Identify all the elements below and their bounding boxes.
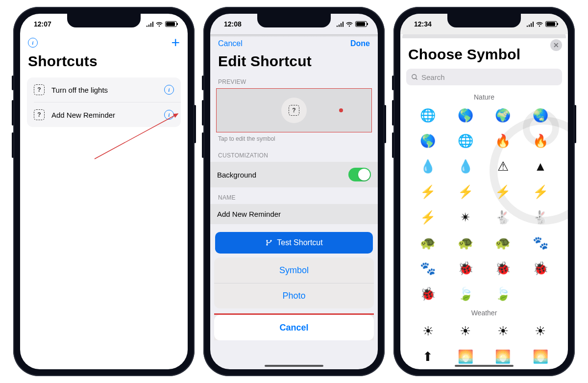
list-item-label: Add New Reminder [51,111,115,119]
section-label-preview: PREVIEW [210,72,378,88]
section-label-name: NAME [210,187,378,204]
symbol-option[interactable]: 🍃 [449,285,483,302]
phone-edit-shortcut: 12:08 Cancel Done Edit Shortcut PREVIEW … [203,7,385,376]
sheet-photo-button[interactable]: Photo [214,283,374,308]
page-title: Edit Shortcut [210,53,378,72]
symbol-option[interactable]: 🐾 [524,234,558,251]
status-time: 12:34 [414,20,432,28]
symbol-option[interactable]: 🐢 [486,234,520,251]
symbol-option[interactable]: 🐞 [524,260,558,277]
symbol-option[interactable]: 🐢 [449,234,483,251]
badge-icon [339,108,343,112]
symbol-option[interactable]: 🐞 [486,260,520,277]
test-shortcut-button[interactable]: Test Shortcut [215,232,373,254]
info-icon[interactable]: i [28,38,38,48]
page-title: Choose Symbol [400,38,568,67]
add-button[interactable]: + [171,35,180,50]
close-button[interactable]: ✕ [550,39,562,51]
svg-point-2 [267,244,268,245]
symbol-option[interactable]: ⚡ [411,183,445,200]
sheet-symbol-button[interactable]: Symbol [214,257,374,283]
symbol-option[interactable]: 🐞 [449,260,483,277]
svg-line-5 [416,78,417,79]
symbol-option[interactable]: 🌐 [449,132,483,149]
test-shortcut-label: Test Shortcut [277,238,322,247]
wifi-icon [155,21,163,27]
symbol-option[interactable]: 🌍 [486,107,520,124]
branch-icon [265,239,273,247]
symbol-option[interactable]: 🌎 [411,132,445,149]
symbol-option[interactable]: 🐇 [524,209,558,226]
icon-grid-weather: ☀☀☀☀⬆🌅🌅🌅 [400,320,568,368]
cellular-icon [147,22,154,27]
battery-icon [165,21,177,27]
symbol-option[interactable]: 🌎 [449,107,483,124]
symbol-option[interactable]: ✴ [449,209,483,226]
symbol-option[interactable] [524,285,558,302]
list-item[interactable]: ? Turn off the lights i [27,77,181,102]
symbol-option[interactable]: ⬆ [411,348,445,365]
symbol-option[interactable]: 🌅 [449,348,483,365]
row-info-icon[interactable]: i [164,110,174,120]
svg-point-4 [412,74,416,78]
background-toggle[interactable] [348,168,371,181]
symbol-option[interactable]: ⚡ [486,183,520,200]
cellular-icon [527,22,534,27]
symbol-option[interactable]: 🌐 [411,107,445,124]
symbol-option[interactable]: ⚡ [524,183,558,200]
background-label: Background [217,171,256,179]
symbol-option[interactable]: ▲ [524,158,558,175]
symbol-option[interactable]: 💧 [449,158,483,175]
list-item[interactable]: ? Add New Reminder i [34,102,181,127]
symbol-option[interactable]: ⚠ [486,158,520,175]
symbol-option[interactable]: 🐞 [411,285,445,302]
search-icon [411,74,418,81]
list-item-label: Turn off the lights [51,86,108,94]
page-title: Shortcuts [20,53,188,75]
home-indicator[interactable] [265,365,323,367]
battery-icon [545,21,557,27]
symbol-option[interactable]: 🐢 [411,234,445,251]
symbol-option[interactable]: 🌏 [524,107,558,124]
status-time: 12:08 [224,20,242,28]
symbol-option[interactable]: ⚡ [411,209,445,226]
symbol-option[interactable]: ☀ [524,323,558,339]
category-weather: Weather [400,305,568,320]
phone-shortcuts-list: 12:07 i + Shortcuts ? Turn off the light… [13,7,195,376]
symbol-preview[interactable]: ? [216,88,372,132]
symbol-option[interactable]: 🍃 [486,285,520,302]
preview-hint: Tap to edit the symbol [210,132,378,145]
icon-grid-nature: 🌐🌎🌍🌏🌎🌐🔥🔥💧💧⚠▲⚡⚡⚡⚡⚡✴🐇🐇🐢🐢🐢🐾🐾🐞🐞🐞🐞🍃🍃 [400,104,568,305]
category-nature: Nature [400,89,568,104]
symbol-option[interactable]: ☀ [449,323,483,339]
action-sheet: Symbol Photo Cancel [214,257,374,345]
symbol-option[interactable]: ☀ [411,323,445,339]
svg-point-1 [267,240,268,241]
symbol-option[interactable]: 🐾 [411,260,445,277]
symbol-option[interactable]: ☀ [486,323,520,339]
battery-icon [355,21,367,27]
wifi-icon [345,21,353,27]
symbol-option[interactable]: 💧 [411,158,445,175]
cancel-button[interactable]: Cancel [218,39,243,48]
cellular-icon [337,22,344,27]
symbol-option[interactable]: 🔥 [524,132,558,149]
symbol-option[interactable]: 🌅 [524,348,558,365]
row-info-icon[interactable]: i [164,85,174,95]
search-input[interactable]: Search [406,69,562,85]
done-button[interactable]: Done [350,39,370,48]
section-label-customization: CUSTOMIZATION [210,145,378,162]
name-field[interactable]: Add New Reminder [210,204,378,224]
symbol-option[interactable]: 🐇 [486,209,520,226]
placeholder-symbol-icon: ? [34,84,45,95]
sheet-cancel-button[interactable]: Cancel [214,315,374,340]
placeholder-symbol-icon: ? [289,105,299,116]
symbol-option[interactable]: 🌅 [486,348,520,365]
wifi-icon [536,21,543,27]
status-time: 12:07 [34,20,51,28]
phone-choose-symbol: 12:34 ✕ Choose Symbol Search Nature 🌐🌎🌍🌏… [393,7,575,376]
symbol-option[interactable]: 🔥 [486,132,520,149]
shortcuts-list: ? Turn off the lights i ? Add New Remind… [27,77,181,127]
background-row: Background [210,162,378,187]
symbol-option[interactable]: ⚡ [449,183,483,200]
